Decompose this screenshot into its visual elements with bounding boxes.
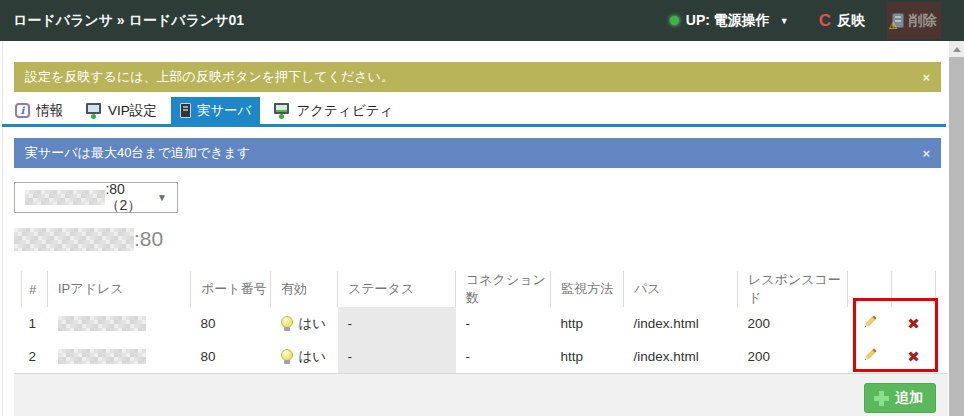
row-response: 200 bbox=[738, 340, 848, 373]
row-path: /index.html bbox=[624, 340, 738, 373]
vip-heading-suffix: :80 bbox=[134, 227, 163, 251]
redacted-ip-block bbox=[58, 349, 146, 364]
redacted-ip-block bbox=[25, 190, 105, 205]
info-icon: i bbox=[15, 103, 30, 118]
lightbulb-icon bbox=[281, 316, 293, 331]
row-status: - bbox=[338, 307, 456, 340]
scrollbar-thumb[interactable] bbox=[949, 57, 964, 416]
apply-notice-banner: 設定を反映するには、上部の反映ボタンを押下してください。 × bbox=[14, 62, 941, 92]
col-header-ip: IPアドレス bbox=[48, 271, 191, 307]
server-icon bbox=[180, 103, 191, 118]
table-row: 1 80 はい - - http /index.html 200 bbox=[22, 307, 936, 340]
close-icon[interactable]: × bbox=[922, 146, 930, 161]
power-menu-label: UP: 電源操作 bbox=[686, 12, 770, 30]
row-ip bbox=[48, 307, 191, 340]
col-header-edit bbox=[848, 271, 892, 307]
row-ip bbox=[48, 340, 191, 373]
server-warning-icon: ⚠ bbox=[892, 13, 904, 28]
vip-select-value: :80（2） bbox=[105, 181, 157, 215]
scroll-up-icon bbox=[953, 47, 961, 52]
tab-real-server[interactable]: 実サーバ bbox=[171, 97, 261, 124]
warning-triangle-icon: ⚠ bbox=[889, 21, 898, 31]
max-servers-text: 実サーバは最大40台まで追加できます bbox=[25, 144, 250, 162]
row-path: /index.html bbox=[624, 307, 738, 340]
dropdown-arrow-icon: ▼ bbox=[157, 192, 167, 203]
row-response: 200 bbox=[738, 307, 848, 340]
activity-monitor-icon bbox=[274, 103, 290, 119]
tab-info[interactable]: i 情報 bbox=[6, 97, 72, 124]
col-header-enabled: 有効 bbox=[271, 271, 338, 307]
row-port: 80 bbox=[191, 307, 271, 340]
row-connections: - bbox=[456, 340, 551, 373]
delete-loadbalancer-button[interactable]: ⚠ 削除 bbox=[887, 2, 941, 39]
edit-pencil-icon[interactable] bbox=[861, 347, 878, 367]
col-header-delete bbox=[892, 271, 936, 307]
power-menu-button[interactable]: UP: 電源操作 ▼ bbox=[670, 12, 789, 30]
add-server-button[interactable]: 追加 bbox=[864, 383, 936, 413]
row-delete-cell: ✖ bbox=[892, 340, 936, 373]
vip-section-heading: :80 bbox=[14, 227, 163, 251]
row-connections: - bbox=[456, 307, 551, 340]
row-status: - bbox=[338, 340, 456, 373]
col-header-port: ポート番号 bbox=[191, 271, 271, 307]
tab-bar: i 情報 VIP設定 実サーバ アクティビティ bbox=[6, 97, 402, 124]
plus-icon bbox=[874, 391, 889, 406]
edit-pencil-icon[interactable] bbox=[861, 314, 878, 334]
tab-vip-label: VIP設定 bbox=[108, 102, 157, 120]
tab-info-label: 情報 bbox=[36, 102, 63, 120]
row-enabled: はい bbox=[271, 307, 338, 340]
status-up-dot-icon bbox=[670, 16, 679, 25]
tab-activity[interactable]: アクティビティ bbox=[265, 97, 402, 124]
tab-activity-label: アクティビティ bbox=[296, 102, 393, 120]
row-port: 80 bbox=[191, 340, 271, 373]
scrollbar-up-button[interactable] bbox=[949, 41, 964, 57]
row-delete-cell: ✖ bbox=[892, 307, 936, 340]
col-header-monitor: 監視方法 bbox=[551, 271, 624, 307]
col-header-response: レスポンスコード bbox=[738, 271, 848, 307]
row-enabled-label: はい bbox=[299, 315, 327, 333]
apply-button-label: 反映 bbox=[837, 12, 865, 30]
row-enabled-label: はい bbox=[299, 348, 327, 366]
delete-x-icon[interactable]: ✖ bbox=[907, 349, 920, 364]
load-balancer-page: ロードバランサ » ロードバランサ01 UP: 電源操作 ▼ C 反映 ⚠ 削除 bbox=[0, 0, 964, 416]
redacted-ip-block bbox=[14, 228, 134, 251]
col-header-path: パス bbox=[624, 271, 738, 307]
chevron-down-icon: ▼ bbox=[780, 16, 789, 26]
top-bar: ロードバランサ » ロードバランサ01 UP: 電源操作 ▼ C 反映 ⚠ 削除 bbox=[0, 0, 964, 41]
max-servers-banner: 実サーバは最大40台まで追加できます × bbox=[14, 138, 941, 168]
table-row: 2 80 はい - - http /index.html 200 bbox=[22, 340, 936, 373]
row-enabled: はい bbox=[271, 340, 338, 373]
row-monitor: http bbox=[551, 340, 624, 373]
monitor-icon bbox=[86, 103, 102, 119]
redacted-ip-block bbox=[58, 316, 146, 331]
table-footer: 追加 bbox=[14, 373, 948, 416]
col-header-connections: コネクション数 bbox=[456, 271, 551, 307]
lightbulb-icon bbox=[281, 349, 293, 364]
close-icon[interactable]: × bbox=[922, 70, 930, 85]
row-edit-cell bbox=[848, 340, 892, 373]
refresh-icon: C bbox=[819, 12, 831, 29]
row-num: 1 bbox=[22, 307, 48, 340]
tab-real-server-label: 実サーバ bbox=[197, 102, 252, 120]
vertical-scrollbar[interactable] bbox=[949, 41, 964, 416]
left-edge-divider bbox=[2, 41, 3, 416]
row-edit-cell bbox=[848, 307, 892, 340]
apply-button[interactable]: C 反映 bbox=[819, 12, 865, 30]
breadcrumb[interactable]: ロードバランサ » ロードバランサ01 bbox=[13, 12, 244, 30]
delete-x-icon[interactable]: ✖ bbox=[907, 316, 920, 331]
active-tab-underline bbox=[2, 124, 946, 127]
col-header-num: # bbox=[22, 271, 48, 307]
real-servers-table: # IPアドレス ポート番号 有効 ステータス コネクション数 監視方法 パス … bbox=[21, 271, 936, 373]
delete-button-label: 削除 bbox=[909, 12, 937, 30]
apply-notice-text: 設定を反映するには、上部の反映ボタンを押下してください。 bbox=[25, 68, 394, 86]
vip-select-dropdown[interactable]: :80（2） ▼ bbox=[14, 182, 178, 213]
row-monitor: http bbox=[551, 307, 624, 340]
top-bar-actions: UP: 電源操作 ▼ C 反映 ⚠ 削除 bbox=[670, 0, 964, 41]
tab-vip-settings[interactable]: VIP設定 bbox=[77, 97, 166, 124]
row-num: 2 bbox=[22, 340, 48, 373]
add-button-label: 追加 bbox=[895, 389, 923, 407]
col-header-status: ステータス bbox=[338, 271, 456, 307]
table-header-row: # IPアドレス ポート番号 有効 ステータス コネクション数 監視方法 パス … bbox=[22, 271, 936, 307]
